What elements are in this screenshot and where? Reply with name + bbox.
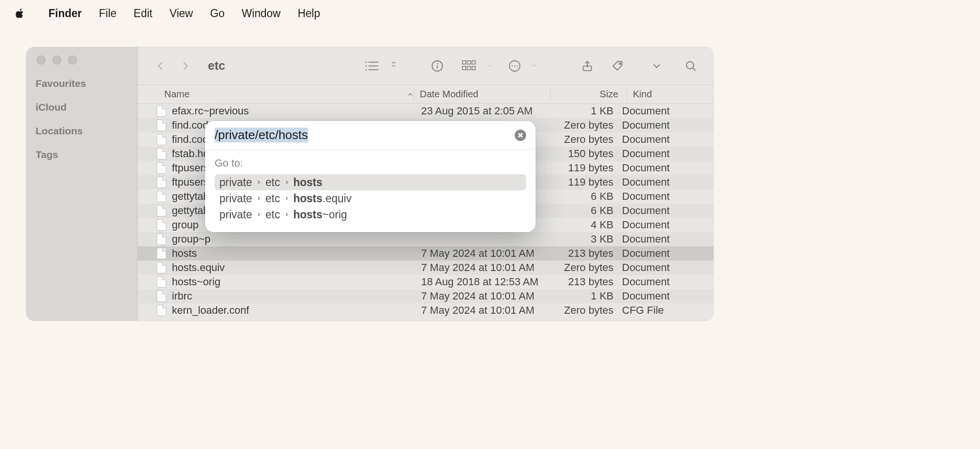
file-name: irbrc bbox=[172, 290, 421, 302]
file-row[interactable]: group~p3 KBDocument bbox=[138, 232, 714, 246]
file-row[interactable]: hosts.equiv7 May 2024 at 10:01 AMZero by… bbox=[138, 261, 714, 275]
group-by-button[interactable] bbox=[462, 60, 493, 72]
chevron-right-icon bbox=[284, 179, 290, 185]
file-size: 213 bytes bbox=[552, 247, 622, 260]
svg-point-17 bbox=[514, 65, 515, 66]
file-date: 7 May 2024 at 10:01 AM bbox=[421, 304, 552, 317]
window-controls bbox=[36, 56, 128, 65]
file-row[interactable]: irbrc7 May 2024 at 10:01 AM1 KBDocument bbox=[138, 289, 714, 303]
close-button[interactable] bbox=[37, 56, 46, 65]
search-button[interactable] bbox=[681, 56, 700, 75]
svg-rect-10 bbox=[467, 61, 471, 64]
file-date: 23 Aug 2015 at 2:05 AM bbox=[421, 105, 552, 117]
svg-rect-9 bbox=[462, 61, 466, 64]
file-kind: Document bbox=[622, 276, 714, 288]
go-to-folder-dialog: Go to: privateetchostsprivateetchosts.eq… bbox=[205, 121, 536, 232]
zoom-button[interactable] bbox=[68, 56, 77, 65]
sidebar: Favourites iCloud Locations Tags bbox=[26, 47, 138, 321]
document-icon bbox=[157, 305, 166, 316]
file-name: kern_loader.conf bbox=[172, 304, 421, 317]
share-button[interactable] bbox=[578, 56, 597, 75]
clear-input-button[interactable] bbox=[515, 130, 526, 141]
chevron-down-icon bbox=[486, 60, 493, 72]
column-size[interactable]: Size bbox=[556, 89, 627, 100]
menu-file[interactable]: File bbox=[90, 3, 125, 24]
column-kind[interactable]: Kind bbox=[633, 89, 714, 100]
sidebar-section-icloud[interactable]: iCloud bbox=[36, 102, 128, 113]
file-kind: Document bbox=[622, 219, 714, 231]
file-kind: CFG File bbox=[622, 304, 714, 317]
file-kind: Document bbox=[622, 247, 714, 260]
svg-rect-14 bbox=[472, 66, 475, 70]
document-icon bbox=[157, 134, 166, 145]
view-switcher-chevron-icon bbox=[390, 60, 397, 72]
file-row[interactable]: hosts7 May 2024 at 10:01 AM213 bytesDocu… bbox=[138, 246, 714, 261]
nav-back-button[interactable] bbox=[151, 56, 170, 75]
document-icon bbox=[157, 191, 166, 202]
file-kind: Document bbox=[622, 176, 714, 188]
file-size: Zero bytes bbox=[552, 133, 622, 146]
sidebar-section-locations[interactable]: Locations bbox=[36, 125, 128, 137]
svg-line-22 bbox=[693, 67, 696, 70]
column-name[interactable]: Name bbox=[164, 89, 414, 100]
svg-point-0 bbox=[366, 61, 367, 63]
file-size: Zero bytes bbox=[552, 262, 622, 274]
go-to-suggestion[interactable]: privateetchosts bbox=[215, 174, 526, 190]
document-icon bbox=[157, 234, 166, 245]
svg-point-16 bbox=[512, 65, 513, 66]
go-to-path-input[interactable] bbox=[215, 128, 515, 142]
file-kind: Document bbox=[622, 162, 714, 174]
svg-point-18 bbox=[517, 65, 518, 66]
file-size: 3 KB bbox=[552, 233, 622, 245]
document-icon bbox=[157, 248, 166, 259]
file-name: group~p bbox=[172, 233, 421, 245]
file-name: hosts.equiv bbox=[172, 262, 421, 274]
menu-bar: Finder File Edit View Go Window Help bbox=[0, 0, 980, 27]
tags-button[interactable] bbox=[608, 56, 627, 75]
document-icon bbox=[157, 105, 166, 117]
nav-forward-button[interactable] bbox=[176, 56, 195, 75]
go-to-suggestion[interactable]: privateetchosts~orig bbox=[215, 206, 526, 223]
chevron-right-icon bbox=[284, 212, 290, 217]
sidebar-section-tags[interactable]: Tags bbox=[36, 149, 128, 160]
chevron-right-icon bbox=[256, 196, 262, 201]
svg-point-8 bbox=[437, 63, 437, 64]
app-menu[interactable]: Finder bbox=[40, 3, 90, 24]
document-icon bbox=[157, 262, 166, 273]
file-date: 7 May 2024 at 10:01 AM bbox=[421, 290, 552, 302]
file-size: 1 KB bbox=[552, 105, 622, 117]
file-size: 213 bytes bbox=[552, 276, 622, 288]
chevron-down-icon bbox=[530, 60, 538, 72]
go-to-label: Go to: bbox=[215, 157, 526, 169]
column-date-modified[interactable]: Date Modified bbox=[420, 89, 550, 100]
minimize-button[interactable] bbox=[52, 56, 61, 65]
menu-view[interactable]: View bbox=[161, 3, 201, 24]
file-row[interactable]: kern_loader.conf7 May 2024 at 10:01 AMZe… bbox=[138, 303, 714, 318]
file-row[interactable]: hosts~orig18 Aug 2018 at 12:53 AM213 byt… bbox=[138, 275, 714, 289]
action-menu-button[interactable] bbox=[509, 60, 538, 72]
menu-help[interactable]: Help bbox=[289, 3, 329, 24]
svg-rect-13 bbox=[467, 66, 471, 70]
file-kind: Document bbox=[622, 190, 714, 203]
menu-window[interactable]: Window bbox=[233, 3, 289, 24]
file-size: 119 bytes bbox=[552, 176, 622, 188]
svg-point-2 bbox=[366, 65, 367, 66]
view-switcher[interactable] bbox=[364, 60, 397, 72]
file-kind: Document bbox=[622, 233, 714, 245]
go-to-suggestions: privateetchostsprivateetchosts.equivpriv… bbox=[215, 174, 526, 223]
menu-go[interactable]: Go bbox=[201, 3, 233, 24]
info-button[interactable] bbox=[428, 56, 447, 75]
svg-point-21 bbox=[687, 61, 694, 68]
menu-edit[interactable]: Edit bbox=[125, 3, 161, 24]
toolbar-overflow-button[interactable] bbox=[647, 56, 666, 75]
column-headers: Name Date Modified Size Kind bbox=[138, 85, 714, 104]
file-name: efax.rc~previous bbox=[172, 105, 421, 117]
file-row[interactable]: efax.rc~previous23 Aug 2015 at 2:05 AM1 … bbox=[138, 104, 714, 118]
go-to-suggestion[interactable]: privateetchosts.equiv bbox=[215, 190, 526, 206]
file-size: 119 bytes bbox=[552, 162, 622, 174]
file-kind: Document bbox=[622, 119, 714, 131]
sidebar-section-favourites[interactable]: Favourites bbox=[36, 78, 128, 89]
chevron-right-icon bbox=[256, 212, 262, 217]
file-size: 150 bytes bbox=[552, 148, 622, 160]
apple-menu-icon[interactable] bbox=[13, 7, 27, 20]
